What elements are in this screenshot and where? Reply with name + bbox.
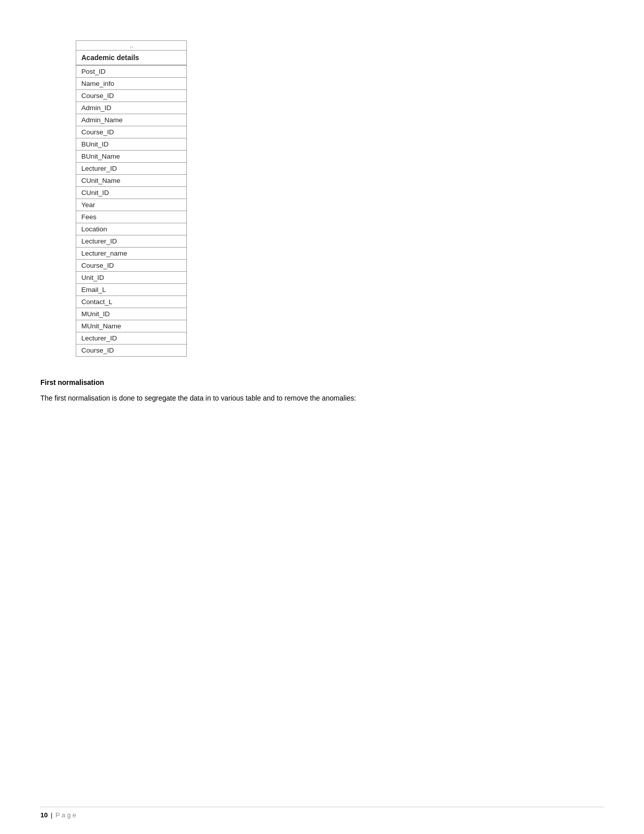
table-cell: Unit_ID	[76, 272, 187, 284]
footer-separator: |	[51, 811, 52, 819]
academic-details-table: .. Academic details	[76, 40, 187, 65]
footer-page-label: P a g e	[56, 811, 76, 819]
table-cell: Lecturer_ID	[76, 332, 187, 345]
table-row: Year	[76, 199, 187, 211]
table-cell: Lecturer_ID	[76, 163, 187, 175]
table-row: Admin_ID	[76, 102, 187, 114]
table-cell: Lecturer_name	[76, 248, 187, 260]
table-cell: Admin_ID	[76, 102, 187, 114]
table-cell: Course_ID	[76, 126, 187, 138]
page-footer: 10 | P a g e	[40, 807, 604, 819]
table-header-row: Academic details	[76, 51, 187, 65]
first-normalisation-body: The first normalisation is done to segre…	[40, 393, 604, 404]
table-cell: Email_L	[76, 284, 187, 296]
table-row: Name_info	[76, 78, 187, 90]
table-cell: CUnit_ID	[76, 187, 187, 199]
table-row: Fees	[76, 211, 187, 223]
table-row: Lecturer_ID	[76, 163, 187, 175]
table-cell: MUnit_Name	[76, 320, 187, 332]
table-row: Lecturer_ID	[76, 235, 187, 248]
table-row: MUnit_ID	[76, 308, 187, 320]
table-cell: Fees	[76, 211, 187, 223]
table-wrapper: .. Academic details Post_IDName_infoCour…	[76, 40, 187, 357]
footer-page-number: 10	[40, 811, 47, 819]
table-row: Course_ID	[76, 126, 187, 138]
table-row: CUnit_Name	[76, 175, 187, 187]
table-row: Course_ID	[76, 90, 187, 102]
table-cell: Admin_Name	[76, 114, 187, 126]
table-row: Admin_Name	[76, 114, 187, 126]
table-top-marker-row: ..	[76, 41, 187, 51]
table-row: MUnit_Name	[76, 320, 187, 332]
table-cell: Course_ID	[76, 90, 187, 102]
first-normalisation-title: First normalisation	[40, 378, 604, 386]
table-row: BUnit_Name	[76, 151, 187, 163]
table-row: BUnit_ID	[76, 138, 187, 151]
table-row: Lecturer_ID	[76, 332, 187, 345]
table-cell: MUnit_ID	[76, 308, 187, 320]
table-row: Lecturer_name	[76, 248, 187, 260]
table-row: Unit_ID	[76, 272, 187, 284]
table-rows: Post_IDName_infoCourse_IDAdmin_IDAdmin_N…	[76, 65, 187, 357]
first-normalisation-section: First normalisation The first normalisat…	[40, 378, 604, 404]
table-header: Academic details	[76, 51, 187, 65]
table-cell: Location	[76, 223, 187, 235]
table-row: CUnit_ID	[76, 187, 187, 199]
table-row: Course_ID	[76, 345, 187, 357]
table-cell: BUnit_Name	[76, 151, 187, 163]
table-cell: BUnit_ID	[76, 138, 187, 151]
table-cell: Contact_L	[76, 296, 187, 308]
table-cell: Post_ID	[76, 66, 187, 78]
table-row: Course_ID	[76, 260, 187, 272]
page-container: .. Academic details Post_IDName_infoCour…	[0, 0, 644, 834]
table-row: Location	[76, 223, 187, 235]
table-cell: Course_ID	[76, 260, 187, 272]
table-row: Contact_L	[76, 296, 187, 308]
table-cell: Course_ID	[76, 345, 187, 357]
table-row: Email_L	[76, 284, 187, 296]
table-cell: Lecturer_ID	[76, 235, 187, 248]
table-cell: Name_info	[76, 78, 187, 90]
table-cell: CUnit_Name	[76, 175, 187, 187]
table-top-marker: ..	[76, 41, 187, 51]
table-cell: Year	[76, 199, 187, 211]
table-row: Post_ID	[76, 66, 187, 78]
